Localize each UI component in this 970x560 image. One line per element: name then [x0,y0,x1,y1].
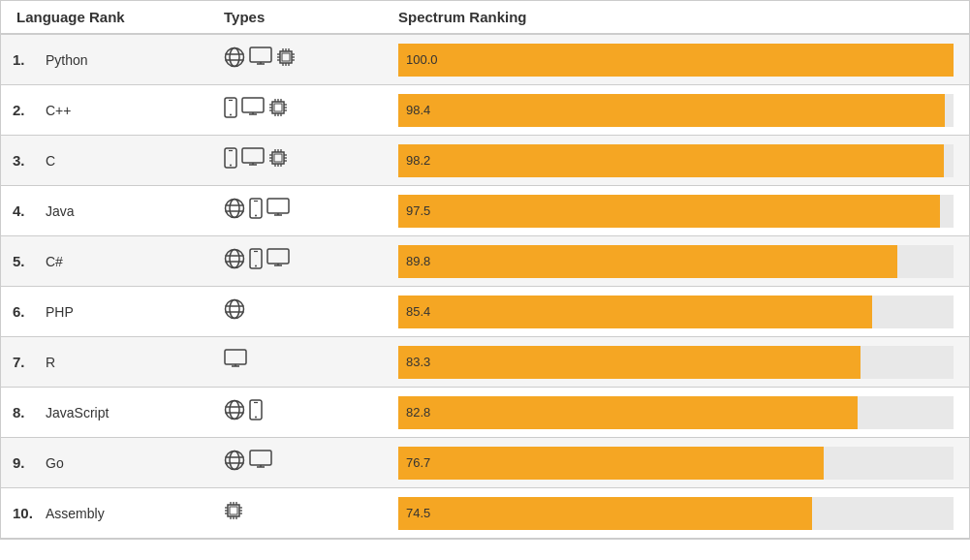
svg-point-96 [230,451,239,470]
svg-rect-78 [267,249,289,264]
svg-point-42 [230,165,232,167]
bar-fill: 82.8 [398,396,858,429]
row-types-cell [224,298,398,325]
bar-fill: 100.0 [398,44,954,77]
language-name: R [46,355,55,370]
rank-number: 8. [13,404,40,420]
rank-number: 7. [13,354,40,370]
row-spectrum-cell: 98.4 [398,94,969,127]
bar-label: 83.3 [406,355,430,369]
row-spectrum-cell: 98.2 [398,144,969,177]
row-rank-cell: 6. PHP [1,303,224,320]
bar-label: 85.4 [406,304,430,319]
desktop-icon [249,47,272,73]
rank-number: 3. [13,152,40,169]
language-name: Go [46,455,64,471]
web-icon [224,248,245,274]
header-spectrum-ranking: Spectrum Ranking [398,9,969,25]
bar-label: 98.2 [406,153,430,168]
bar-fill: 76.7 [398,447,824,480]
chip-icon [268,148,288,172]
row-types-cell [224,248,398,274]
chip-icon [268,98,288,122]
chip-icon [276,47,296,72]
desktop-icon [224,349,247,375]
svg-point-76 [255,265,257,267]
bar-container: 82.8 [398,396,954,429]
mobile-icon [224,97,237,123]
bar-fill: 97.5 [398,195,940,228]
bar-fill: 83.3 [398,346,860,379]
row-rank-cell: 8. JavaScript [1,404,224,420]
web-icon [224,47,245,73]
svg-rect-8 [282,53,290,61]
bar-label: 74.5 [406,506,430,520]
svg-point-81 [226,300,244,319]
language-name: C# [46,254,63,269]
svg-rect-48 [274,154,282,162]
table-row: 5. C# 89.8 [1,236,969,287]
bar-label: 97.5 [406,203,430,218]
bar-container: 98.4 [398,94,954,127]
row-rank-cell: 9. Go [1,454,224,471]
table-row: 1. Python 100.0 [1,35,969,85]
language-name: JavaScript [46,405,109,420]
svg-rect-103 [230,507,237,514]
table-row: 4. Java 97.5 [1,186,969,236]
row-spectrum-cell: 82.8 [398,396,969,429]
bar-container: 76.7 [398,447,954,480]
desktop-icon [266,248,290,274]
svg-rect-85 [225,350,246,364]
row-spectrum-cell: 100.0 [398,44,969,77]
header-types: Types [224,9,398,25]
mobile-icon [224,147,237,173]
language-name: C [46,153,55,169]
bar-label: 100.0 [406,52,438,67]
row-types-cell [224,47,398,73]
row-rank-cell: 4. Java [1,202,224,219]
language-name: Python [46,52,88,68]
desktop-icon [249,450,272,476]
rank-number: 4. [13,202,40,219]
svg-rect-44 [242,148,264,163]
row-types-cell [224,147,398,173]
table-row: 6. PHP 85.4 [1,287,969,337]
table-row: 8. JavaScript 82.8 [1,388,969,438]
bar-container: 97.5 [398,195,954,228]
bar-fill: 98.2 [398,144,944,177]
table-row: 3. C 98.2 [1,136,969,186]
row-spectrum-cell: 74.5 [398,497,969,530]
header-language-rank: Language Rank [1,9,224,25]
svg-point-95 [226,451,244,470]
bar-container: 85.4 [398,296,954,328]
rank-number: 1. [13,51,40,68]
svg-point-89 [230,401,239,420]
svg-point-71 [226,250,244,268]
web-icon [224,399,245,425]
rank-number: 9. [13,454,40,471]
table-row: 7. R 83.3 [1,337,969,388]
bar-label: 82.8 [406,405,430,420]
row-rank-cell: 5. C# [1,253,224,269]
row-types-cell [224,97,398,123]
ranking-table: Language Rank Types Spectrum Ranking 1. … [0,0,970,540]
desktop-icon [241,97,265,123]
table-row: 10. Assembly 74.5 [1,488,969,539]
row-spectrum-cell: 83.3 [398,346,969,379]
web-icon [224,450,245,476]
svg-point-72 [230,250,239,268]
bar-label: 76.7 [406,455,430,470]
table-header: Language Rank Types Spectrum Ranking [1,1,969,35]
svg-rect-24 [242,98,264,112]
row-spectrum-cell: 97.5 [398,195,969,228]
svg-point-61 [226,200,244,218]
row-rank-cell: 3. C [1,152,224,169]
svg-rect-99 [250,451,271,465]
row-types-cell [224,399,398,425]
chip-icon [224,501,243,525]
bar-container: 83.3 [398,346,954,379]
row-rank-cell: 1. Python [1,51,224,68]
bar-fill: 98.4 [398,94,945,127]
bar-container: 74.5 [398,497,954,530]
web-icon [224,298,245,325]
